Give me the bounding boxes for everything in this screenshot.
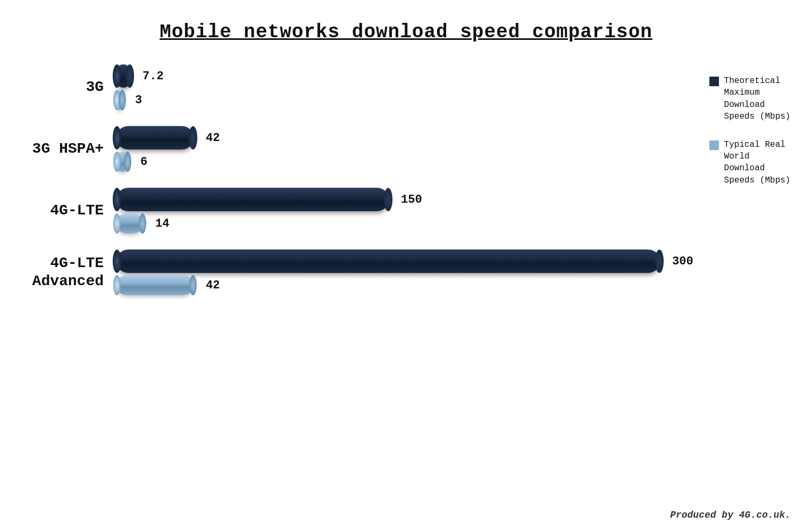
bar-label-3: 4G-LTE Advanced	[32, 254, 117, 290]
bar-label-1: 3G HSPA+	[32, 140, 117, 158]
bar-pair-3: 30042	[117, 250, 693, 295]
legend-label-typical: Typical Real World Download Speeds (Mbps…	[724, 139, 791, 187]
typical-bar-2	[117, 213, 143, 234]
legend-section: Theoretical Maximum Download Speeds (Mbp…	[693, 64, 791, 311]
typical-value-1: 6	[140, 155, 147, 169]
bar-group-3: 4G-LTE Advanced30042	[32, 250, 693, 295]
typical-row-0: 3	[117, 90, 164, 110]
bar-group-1: 3G HSPA+426	[32, 126, 693, 172]
bar-label-0: 3G	[32, 78, 117, 96]
bar-pair-2: 15014	[117, 188, 422, 234]
typical-value-0: 3	[135, 94, 142, 107]
theoretical-row-3: 300	[117, 250, 693, 273]
theoretical-value-1: 42	[206, 131, 220, 145]
typical-row-2: 14	[117, 213, 422, 234]
theoretical-bar-2	[117, 188, 388, 211]
legend-color-theoretical	[709, 77, 719, 86]
legend-color-typical	[709, 140, 719, 150]
bar-group-0: 3G7.23	[32, 64, 693, 110]
typical-value-3: 42	[206, 279, 220, 292]
legend-label-theoretical: Theoretical Maximum Download Speeds (Mbp…	[724, 75, 791, 123]
theoretical-row-1: 42	[117, 126, 220, 150]
theoretical-bar-1	[117, 126, 193, 150]
bars-section: 3G7.233G HSPA+4264G-LTE150144G-LTE Advan…	[32, 64, 693, 311]
chart-title: Mobile networks download speed compariso…	[0, 0, 812, 43]
bar-pair-1: 426	[117, 126, 220, 172]
footer: Produced by 4G.co.uk.	[670, 510, 791, 520]
theoretical-bar-0	[117, 64, 130, 88]
theoretical-value-0: 7.2	[143, 70, 164, 83]
theoretical-bar-3	[117, 250, 659, 273]
chart-area: 3G7.233G HSPA+4264G-LTE150144G-LTE Advan…	[0, 64, 812, 311]
typical-bar-0	[117, 90, 122, 110]
legend-item-theoretical: Theoretical Maximum Download Speeds (Mbp…	[709, 75, 791, 123]
typical-bar-3	[117, 275, 193, 295]
bar-group-2: 4G-LTE15014	[32, 188, 693, 234]
typical-row-1: 6	[117, 152, 220, 172]
theoretical-row-0: 7.2	[117, 64, 164, 88]
theoretical-row-2: 150	[117, 188, 422, 211]
bar-label-2: 4G-LTE	[32, 202, 117, 220]
legend-item-typical: Typical Real World Download Speeds (Mbps…	[709, 139, 791, 187]
bar-pair-0: 7.23	[117, 64, 164, 110]
typical-row-3: 42	[117, 275, 693, 295]
theoretical-value-2: 150	[401, 193, 422, 206]
typical-value-2: 14	[155, 217, 169, 230]
theoretical-value-3: 300	[672, 255, 693, 268]
typical-bar-1	[117, 152, 128, 172]
